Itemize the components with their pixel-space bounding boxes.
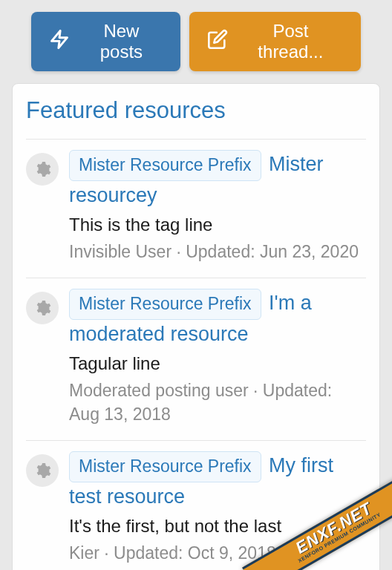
resource-updated: Jun 23, 2020	[260, 242, 359, 261]
resource-prefix[interactable]: Mister Resource Prefix	[69, 451, 261, 482]
svg-marker-0	[52, 30, 68, 48]
post-thread-label: Post thread...	[238, 21, 343, 62]
card-title: Featured resources	[26, 97, 366, 124]
resource-author: Moderated posting user	[69, 381, 249, 400]
new-posts-label: New posts	[80, 21, 163, 62]
resource-prefix[interactable]: Mister Resource Prefix	[69, 150, 261, 181]
resource-meta: Moderated posting user · Updated: Aug 13…	[69, 379, 366, 426]
gear-icon	[26, 454, 59, 487]
resource-prefix[interactable]: Mister Resource Prefix	[69, 289, 261, 320]
edit-icon	[207, 29, 228, 54]
lightning-icon	[49, 29, 70, 54]
resource-author: Kier	[69, 543, 99, 563]
resource-updated: Aug 13, 2018	[69, 404, 171, 424]
gear-icon	[26, 153, 59, 186]
resource-meta: Invisible User · Updated: Jun 23, 2020	[69, 240, 366, 263]
resource-item: Mister Resource Prefix Mister resourceyT…	[26, 139, 366, 278]
gear-icon	[26, 292, 59, 324]
resource-item: Mister Resource Prefix I'm a moderated r…	[26, 278, 366, 440]
resource-tagline: This is the tag line	[69, 214, 366, 235]
resource-author: Invisible User	[69, 242, 172, 261]
featured-resources-card: Featured resources Mister Resource Prefi…	[12, 83, 380, 570]
resource-tagline: Tagular line	[69, 353, 366, 374]
post-thread-button[interactable]: Post thread...	[189, 12, 361, 71]
new-posts-button[interactable]: New posts	[31, 12, 180, 71]
